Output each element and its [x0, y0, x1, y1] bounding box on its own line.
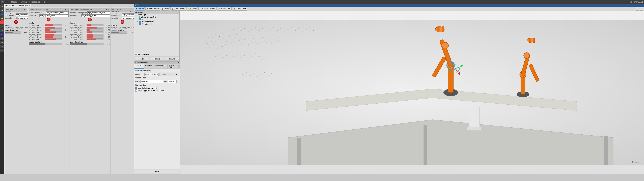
speed-slider-1[interactable] [29, 43, 62, 45]
sidebar-icon-bottom[interactable]: ↓ [0, 48, 4, 52]
toolbar-publish-point[interactable]: 📍 Publish Point [232, 7, 247, 10]
toolbar-2d-pose[interactable]: → 2D Pose Estimate [198, 7, 216, 10]
displays-add-btn[interactable]: Add [135, 57, 149, 61]
joint-slider-la1[interactable] [45, 27, 62, 29]
menu-perspectives[interactable]: Perspectives [29, 1, 41, 3]
ctrl-input-cm-1[interactable] [46, 12, 68, 14]
menu-file[interactable]: File [5, 1, 9, 3]
joint-slider-lhsj[interactable] [22, 27, 22, 29]
red-button-3[interactable] [120, 20, 124, 24]
tree-item-global-status[interactable]: ▶ Global Status: OK [136, 16, 180, 18]
sidebar-icon-3[interactable]: 🔵 [0, 12, 4, 16]
mp-tab-context[interactable]: Context [134, 64, 144, 68]
joint-slider-ra6[interactable] [86, 38, 104, 40]
svg-point-25 [208, 37, 209, 38]
red-button-0[interactable] [14, 20, 18, 24]
menu-help[interactable]: Help [42, 1, 47, 3]
sidebar-icon-6[interactable]: 🔧 [0, 28, 4, 32]
mp-select-unspecified[interactable]: <unspecified> [144, 72, 159, 76]
toolbar-focus-camera[interactable]: ◎ Focus Camera [170, 7, 186, 10]
sidebar-icon-settings[interactable]: ⚙ [0, 44, 4, 48]
ctrl-input-cm-3[interactable] [122, 14, 134, 16]
status-ok-dot [139, 16, 140, 18]
tree-checkbox-pc[interactable]: ✓ [139, 23, 141, 25]
joint-slider-ra4[interactable] [86, 34, 104, 36]
joint-slider-la6[interactable] [45, 38, 62, 40]
mp-tab-manipulation[interactable]: Manipulation [154, 64, 168, 68]
mp-port-input[interactable] [168, 80, 176, 83]
svg-point-85 [273, 27, 274, 28]
app-menu-icon[interactable]: ⊞ [1, 0, 4, 3]
svg-point-67 [244, 55, 245, 56]
svg-point-41 [248, 44, 248, 45]
red-button-1[interactable] [47, 18, 50, 22]
joint-slider-ra3[interactable] [86, 31, 104, 33]
mp-label-kinematics: Kinematics [135, 84, 149, 86]
sidebar-icon-terminal[interactable]: ▣ [0, 40, 4, 44]
toolbar-interact[interactable]: ↖ Interact [135, 7, 145, 10]
tree-item-grid[interactable]: ✓ Grid [136, 18, 180, 20]
mp-connect-btn[interactable]: Connect [177, 80, 180, 83]
joint-slider-rhsj[interactable] [128, 27, 128, 29]
ctrl-input-ctrl-1[interactable] [40, 14, 68, 17]
menu-plugins[interactable]: Plugins [10, 1, 18, 3]
jt-tab-main[interactable]: ⚙ Joint trajectory controller ✕ [4, 4, 31, 7]
ctrl-label-cm-1: controller manager ns [29, 12, 46, 14]
toolbar-extra-1[interactable]: – [636, 7, 640, 10]
tree-item-global-options[interactable]: ▶ Global Options [134, 14, 180, 16]
viewport-3d[interactable]: 29 fps Stored States [180, 11, 644, 174]
toolbar-measure[interactable]: 📏 Measure [186, 7, 198, 10]
joint-slider-la3[interactable] [45, 31, 62, 33]
sidebar-icon-chrome[interactable]: C [0, 20, 4, 24]
left-panels-container: Displays ▶ Global Options ▶ Global Statu… [134, 11, 180, 174]
joint-name-ra0: right_arm_0_joint [70, 24, 86, 26]
sidebar-icon-grid[interactable]: ⊞ [0, 36, 4, 40]
ctrl-input-cm-2[interactable] [88, 12, 110, 14]
toolbar-extra-2[interactable]: + [640, 7, 643, 10]
mp-row-planning-lib: Planning Library [135, 70, 178, 72]
joint-slider-la4[interactable] [45, 34, 62, 36]
sidebar-icon-4[interactable]: 📁 [0, 16, 4, 20]
sidebar-icon-2[interactable]: ▶ [0, 8, 4, 12]
cb-approx-ik[interactable] [135, 90, 137, 92]
ctrl-input-ctrl-0[interactable] [16, 17, 28, 20]
svg-point-96 [313, 30, 314, 30]
sidebar-icon-1[interactable]: ⚙ [0, 4, 4, 8]
sidebar-icon-rviz[interactable]: RViz [0, 32, 4, 36]
toolbar-select[interactable]: ◻ Select [161, 7, 170, 10]
jt-panel-btns-3: ✕ ↗ [130, 8, 133, 12]
displays-remove-btn[interactable]: Remove [150, 57, 164, 61]
tree-checkbox-mp[interactable]: ✓ [139, 20, 141, 22]
tree-item-pointcloud2[interactable]: ▶ ✓ PointCloud2 [136, 23, 180, 25]
reset-button[interactable]: Reset [135, 170, 179, 173]
ctrl-input-cm-0[interactable] [16, 14, 28, 16]
svg-point-21 [226, 44, 226, 45]
menu-running[interactable]: Running [19, 1, 28, 3]
red-button-2[interactable] [88, 18, 92, 22]
joint-slider-ra1[interactable] [86, 27, 104, 29]
tree-item-motion-planning[interactable]: ▶ ✓ MotionPlanning [136, 20, 180, 23]
joint-slider-la2[interactable] [45, 29, 62, 31]
speed-slider-2[interactable] [70, 43, 104, 45]
tab-close-main[interactable]: ✕ [29, 5, 30, 6]
mp-tab-scene-objects[interactable]: Scene Objects [168, 64, 177, 68]
ctrl-input-ctrl-3[interactable] [122, 17, 134, 20]
ctrl-input-ctrl-2[interactable] [81, 14, 110, 17]
joint-slider-ra5[interactable] [86, 36, 104, 38]
mp-host-input[interactable] [140, 80, 163, 83]
mp-publish-current-scene-btn[interactable]: Publish Current Scene [159, 72, 179, 76]
tree-checkbox-grid[interactable]: ✓ [139, 18, 141, 20]
joint-slider-ra2[interactable] [86, 29, 104, 31]
mp-tab-planning[interactable]: Planning [144, 64, 154, 68]
joint-slider-ra0[interactable] [86, 24, 104, 26]
joint-slider-la5[interactable] [45, 36, 62, 38]
mp-close-icon[interactable]: ✕ [178, 62, 179, 64]
sidebar-icon-5[interactable]: 📷 [0, 24, 4, 28]
toolbar-2d-nav[interactable]: 🏁 2D Nav Goal [217, 7, 232, 10]
displays-rename-btn[interactable]: Rename [165, 57, 179, 61]
speed-slider-3[interactable] [111, 32, 127, 34]
joint-slider-la0[interactable] [45, 24, 62, 26]
toolbar-move-camera[interactable]: ✥ Move Camera [146, 7, 160, 10]
speed-slider-0[interactable] [5, 32, 21, 34]
cb-collision-aware[interactable]: ✓ [135, 87, 137, 89]
